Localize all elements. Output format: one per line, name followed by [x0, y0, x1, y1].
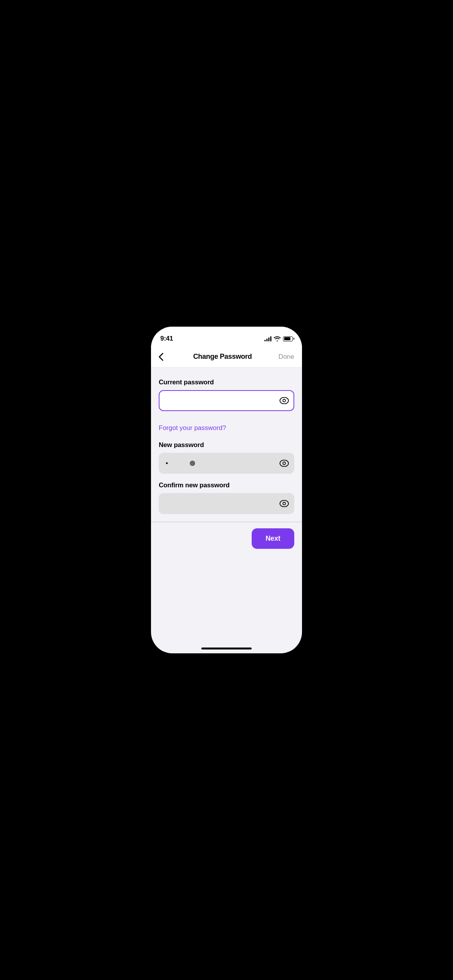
confirm-password-toggle[interactable] — [280, 500, 289, 507]
home-indicator — [201, 648, 252, 649]
svg-point-5 — [283, 502, 286, 505]
page-title: Change Password — [193, 353, 252, 361]
svg-point-1 — [283, 399, 286, 402]
button-area: Next — [151, 522, 302, 555]
back-button[interactable] — [156, 350, 166, 364]
svg-point-4 — [280, 500, 288, 507]
battery-icon — [283, 336, 293, 341]
current-password-wrapper — [159, 390, 294, 411]
forgot-password-link[interactable]: Forgot your password? — [159, 424, 226, 432]
confirm-password-wrapper — [159, 493, 294, 514]
current-password-label: Current password — [159, 379, 294, 386]
svg-point-0 — [280, 397, 288, 404]
confirm-password-label: Confirm new password — [159, 481, 294, 489]
signal-icon — [264, 336, 271, 341]
current-password-input[interactable] — [159, 390, 294, 411]
status-time: 9:41 — [160, 335, 173, 343]
status-bar: 9:41 — [151, 327, 302, 346]
confirm-password-input[interactable] — [159, 493, 294, 514]
current-password-section: Current password — [159, 379, 294, 411]
new-password-section: New password — [159, 441, 294, 474]
next-button[interactable]: Next — [252, 528, 294, 549]
new-password-toggle[interactable] — [280, 460, 289, 467]
form-content: Current password Forgot your password? N… — [151, 368, 302, 514]
svg-point-3 — [283, 462, 286, 465]
status-icons — [264, 336, 293, 341]
svg-point-2 — [280, 460, 288, 467]
current-password-toggle[interactable] — [280, 397, 289, 404]
new-password-input[interactable] — [159, 453, 294, 474]
done-button[interactable]: Done — [278, 353, 294, 361]
confirm-password-section: Confirm new password — [159, 481, 294, 514]
new-password-wrapper — [159, 453, 294, 474]
nav-bar: Change Password Done — [151, 346, 302, 368]
wifi-icon — [274, 336, 281, 341]
new-password-label: New password — [159, 441, 294, 449]
